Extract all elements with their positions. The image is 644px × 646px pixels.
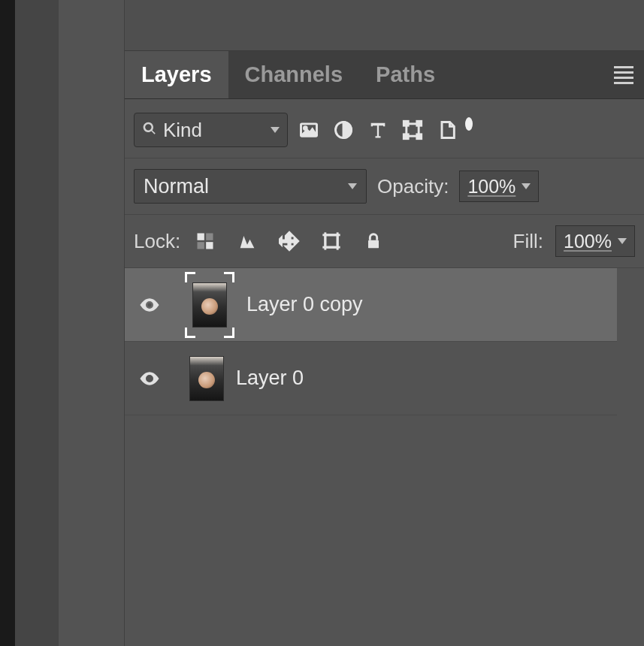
lock-all-icon[interactable] bbox=[361, 228, 386, 254]
tab-channels-label: Channels bbox=[245, 62, 343, 87]
tab-paths[interactable]: Paths bbox=[359, 51, 452, 98]
chevron-down-icon bbox=[348, 183, 357, 189]
chevron-down-icon bbox=[618, 238, 627, 244]
svg-rect-17 bbox=[368, 240, 379, 249]
opacity-value: 100% bbox=[467, 176, 516, 198]
fill-label: Fill: bbox=[513, 230, 543, 253]
tab-paths-label: Paths bbox=[376, 62, 435, 87]
filter-adjustment-layers-icon[interactable] bbox=[330, 116, 357, 143]
filter-type-layers-icon[interactable] bbox=[364, 116, 392, 143]
svg-rect-5 bbox=[417, 121, 422, 125]
filter-shape-layers-icon[interactable] bbox=[399, 116, 426, 143]
tab-layers-label: Layers bbox=[141, 62, 212, 87]
opacity-input[interactable]: 100% bbox=[459, 171, 539, 202]
svg-point-19 bbox=[148, 376, 152, 380]
toggle-knob-icon bbox=[465, 117, 473, 131]
lock-label: Lock: bbox=[134, 230, 180, 253]
svg-rect-4 bbox=[404, 121, 408, 125]
fill-input[interactable]: 100% bbox=[555, 225, 635, 257]
visibility-eye-icon[interactable] bbox=[138, 294, 161, 316]
svg-rect-6 bbox=[404, 134, 408, 139]
layers-list: Layer 0 copy Layer 0 bbox=[125, 268, 644, 415]
layers-panel-body: Kind Normal bbox=[125, 99, 644, 646]
svg-rect-9 bbox=[206, 234, 213, 240]
layer-row[interactable]: Layer 0 bbox=[125, 342, 617, 415]
dock-gutter bbox=[15, 0, 59, 646]
blend-mode-row: Normal Opacity: 100% bbox=[125, 158, 644, 215]
filter-pixel-layers-icon[interactable] bbox=[295, 116, 322, 143]
visibility-eye-icon[interactable] bbox=[138, 367, 161, 390]
filter-kind-value: Kind bbox=[163, 119, 265, 142]
layers-panel: Layers Channels Paths Kind bbox=[125, 0, 644, 646]
filter-kind-dropdown[interactable]: Kind bbox=[134, 113, 288, 147]
filter-toggle[interactable] bbox=[462, 117, 473, 143]
filter-smartobject-layers-icon[interactable] bbox=[434, 116, 461, 143]
panel-menu-icon[interactable] bbox=[614, 66, 644, 84]
layer-thumbnail[interactable] bbox=[185, 272, 234, 338]
blend-mode-value: Normal bbox=[144, 175, 209, 198]
lock-transparent-pixels-icon[interactable] bbox=[192, 228, 218, 254]
lock-row: Lock: Fill: 1 bbox=[125, 215, 644, 268]
layer-name-label[interactable]: Layer 0 bbox=[236, 367, 304, 390]
chevron-down-icon bbox=[271, 127, 280, 133]
svg-rect-12 bbox=[325, 235, 337, 247]
layer-filter-row: Kind bbox=[125, 99, 644, 158]
lock-icons-group bbox=[192, 228, 386, 254]
search-icon bbox=[142, 121, 157, 139]
opacity-label: Opacity: bbox=[377, 175, 449, 198]
layer-row[interactable]: Layer 0 copy bbox=[125, 268, 617, 342]
lock-artboard-icon[interactable] bbox=[319, 228, 344, 254]
panel-tabs: Layers Channels Paths bbox=[125, 51, 644, 99]
svg-rect-10 bbox=[198, 242, 204, 249]
blend-mode-dropdown[interactable]: Normal bbox=[134, 169, 367, 204]
lock-position-icon[interactable] bbox=[277, 228, 302, 254]
svg-rect-7 bbox=[417, 134, 422, 139]
svg-point-18 bbox=[148, 303, 152, 306]
tab-channels[interactable]: Channels bbox=[228, 51, 360, 98]
chevron-down-icon bbox=[522, 183, 531, 189]
panel-gutter bbox=[59, 0, 125, 646]
lock-image-pixels-icon[interactable] bbox=[234, 228, 260, 254]
layer-thumbnail[interactable] bbox=[189, 356, 224, 401]
panel-above bbox=[125, 0, 644, 51]
svg-rect-8 bbox=[198, 234, 204, 240]
fill-value: 100% bbox=[564, 231, 612, 252]
svg-rect-11 bbox=[206, 242, 213, 249]
tab-layers[interactable]: Layers bbox=[125, 51, 228, 98]
layer-name-label[interactable]: Layer 0 copy bbox=[246, 293, 363, 316]
window-edge-strip bbox=[0, 0, 15, 646]
